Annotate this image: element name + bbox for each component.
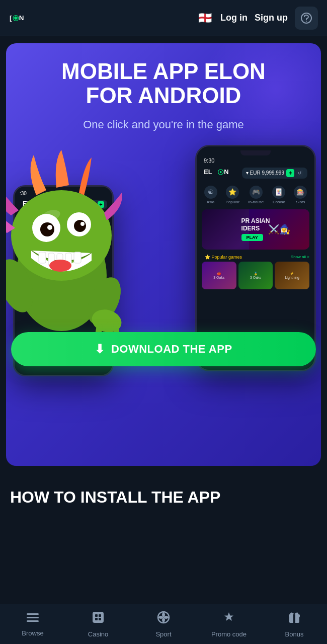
nav-bonus[interactable]: Bonus — [269, 610, 319, 638]
svg-rect-39 — [95, 614, 98, 617]
nav-sport[interactable]: Sport — [138, 610, 189, 638]
svg-rect-14 — [39, 252, 46, 263]
promo-icon — [222, 610, 236, 628]
logo[interactable]: [ N — [9, 9, 27, 27]
nav-casino-label: Casino — [88, 630, 108, 638]
nav-bonus-label: Bonus — [285, 630, 304, 638]
install-section: HOW TO INSTALL THE APP — [0, 473, 327, 522]
language-flag[interactable]: 🏴󠁧󠁢󠁥󠁮󠁧󠁿 — [196, 10, 213, 27]
signup-button[interactable]: Sign up — [255, 13, 288, 23]
svg-rect-18 — [74, 252, 81, 263]
game-thumb-1: 🍎3 Oaks — [202, 262, 236, 289]
svg-point-33 — [220, 171, 222, 173]
svg-rect-40 — [99, 614, 101, 617]
download-app-button[interactable]: ⬇ DOWNLOAD THE APP — [11, 332, 316, 366]
svg-rect-41 — [95, 618, 98, 620]
svg-point-11 — [74, 220, 86, 232]
phone-show-all: Show all > — [291, 255, 309, 259]
phone-notch — [240, 150, 271, 155]
hero-subtitle: One click and you're in the game — [18, 117, 309, 133]
game-thumb-3: ⚡Lightning — [275, 262, 309, 289]
support-button[interactable] — [295, 7, 318, 30]
nav-promo[interactable]: Promo code — [204, 610, 254, 638]
nav-sport-label: Sport — [155, 630, 171, 638]
svg-point-12 — [47, 225, 52, 230]
browse-icon — [26, 611, 40, 627]
download-btn-wrap: ⬇ DOWNLOAD THE APP — [11, 332, 316, 366]
svg-text:N: N — [19, 14, 24, 22]
phone-header: EL N ▾ EUR 9,999,999 + ↺ — [200, 166, 311, 181]
nav-browse-label: Browse — [22, 629, 43, 637]
phone-game-banner: ⚔️🧙‍♀️ PR ASIANIDERS PLAY — [202, 209, 309, 250]
svg-rect-42 — [99, 618, 101, 620]
download-label: DOWNLOAD THE APP — [111, 343, 232, 356]
bottom-nav: Browse Casino Sport — [0, 604, 327, 644]
svg-text:[: [ — [10, 14, 12, 22]
svg-text:N: N — [224, 168, 228, 176]
svg-rect-38 — [93, 612, 104, 623]
phone-popular-label: ⭐ Popular games — [202, 254, 245, 261]
login-button[interactable]: Log in — [220, 13, 248, 23]
phone-games-row: 🍎3 Oaks 🥇3 Oaks ⚡Lightning — [200, 262, 311, 289]
svg-point-2 — [15, 17, 17, 19]
svg-point-5 — [306, 21, 307, 22]
nav-promo-label: Promo code — [211, 630, 247, 638]
svg-point-13 — [80, 222, 85, 226]
svg-point-10 — [40, 222, 54, 236]
sport-icon — [156, 610, 171, 628]
svg-rect-46 — [293, 614, 295, 623]
phone-balance: ▾ EUR 9,999,999 + ↺ — [242, 168, 307, 179]
header: [ N 🏴󠁧󠁢󠁥󠁮󠁧󠁿 Log in Sign up — [0, 0, 327, 36]
game-thumb-2: 🥇3 Oaks — [238, 262, 273, 289]
phones-container: :30 EL N ▾EUR 9,999,999 + — [6, 145, 321, 376]
svg-rect-35 — [27, 613, 39, 615]
download-icon: ⬇ — [95, 342, 105, 356]
svg-text:EL: EL — [204, 168, 212, 176]
svg-rect-37 — [27, 620, 39, 622]
svg-rect-36 — [27, 617, 39, 618]
casino-icon — [91, 610, 105, 628]
header-actions: 🏴󠁧󠁢󠁥󠁮󠁧󠁿 Log in Sign up — [196, 7, 318, 30]
svg-point-19 — [49, 260, 71, 272]
monster-character — [6, 145, 137, 346]
nav-casino[interactable]: Casino — [73, 610, 123, 638]
nav-browse[interactable]: Browse — [8, 611, 58, 637]
install-title: HOW TO INSTALL THE APP — [10, 488, 317, 507]
hero-title: MOBILE APP ELON FOR ANDROID — [18, 59, 309, 108]
phone-nav: ☯ Asia ⭐ Popular 🎮 In-house 🃏 Casino — [200, 184, 311, 206]
bonus-icon — [287, 610, 301, 628]
phone-time: 9:30 — [200, 157, 311, 164]
hero-banner: MOBILE APP ELON FOR ANDROID One click an… — [6, 43, 321, 466]
